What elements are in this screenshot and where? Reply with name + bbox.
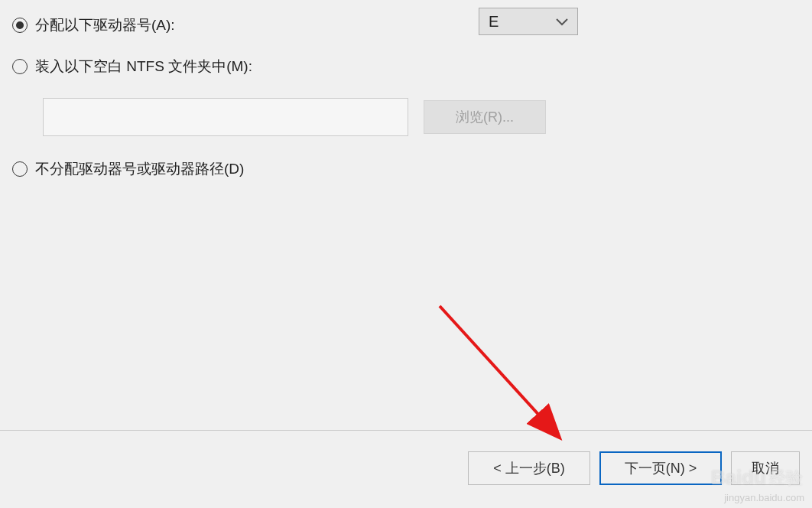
cancel-button[interactable]: 取消 bbox=[731, 451, 800, 485]
mount-path-input bbox=[43, 98, 408, 136]
drive-letter-value: E bbox=[489, 13, 499, 31]
next-button[interactable]: 下一页(N) > bbox=[599, 451, 722, 485]
radio-unselected-icon bbox=[12, 59, 28, 74]
radio-noassign-label: 不分配驱动器号或驱动器路径(D) bbox=[35, 159, 244, 179]
back-button[interactable]: < 上一步(B) bbox=[468, 451, 590, 485]
browse-button-label: 浏览(R)... bbox=[456, 108, 514, 126]
browse-button: 浏览(R)... bbox=[424, 100, 546, 134]
footer-separator bbox=[0, 430, 812, 431]
back-button-label: < 上一步(B) bbox=[493, 459, 565, 477]
wizard-footer: < 上一步(B) 下一页(N) > 取消 bbox=[0, 451, 812, 485]
watermark-url: jingyan.baidu.com bbox=[724, 492, 804, 503]
radio-mount-label: 装入以下空白 NTFS 文件夹中(M): bbox=[35, 57, 252, 77]
radio-assign-drive-letter[interactable]: 分配以下驱动器号(A): bbox=[12, 15, 800, 35]
radio-no-assign[interactable]: 不分配驱动器号或驱动器路径(D) bbox=[12, 159, 800, 179]
radio-assign-label: 分配以下驱动器号(A): bbox=[35, 15, 175, 35]
drive-letter-select[interactable]: E bbox=[479, 8, 578, 35]
radio-mount-folder[interactable]: 装入以下空白 NTFS 文件夹中(M): bbox=[12, 57, 800, 77]
chevron-down-icon bbox=[556, 14, 568, 30]
mount-path-row: 浏览(R)... bbox=[43, 98, 800, 136]
dialog-body: 分配以下驱动器号(A): E 装入以下空白 NTFS 文件夹中(M): 浏览(R… bbox=[0, 0, 812, 428]
radio-unselected-icon bbox=[12, 161, 28, 177]
radio-selected-icon bbox=[12, 18, 28, 33]
cancel-button-label: 取消 bbox=[752, 459, 779, 477]
next-button-label: 下一页(N) > bbox=[625, 459, 697, 477]
